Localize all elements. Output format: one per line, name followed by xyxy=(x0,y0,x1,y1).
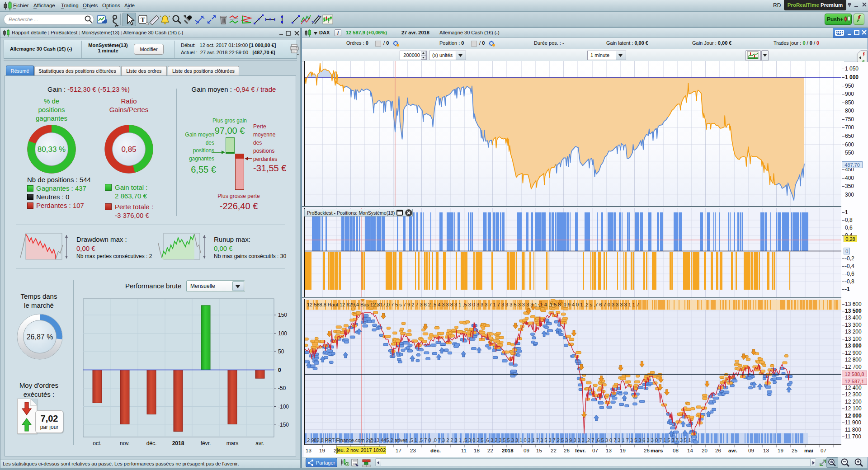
svg-text:oct.: oct. xyxy=(93,440,101,445)
svg-text:T: T xyxy=(141,16,145,24)
svg-text:80,33 %: 80,33 % xyxy=(38,145,66,154)
svg-text:12 588,8 Haut 12 629,4 Bas 12: 12 588,8 Haut 12 629,4 Bas 12 317,0 7 5 … xyxy=(307,302,639,307)
svg-text:-150: -150 xyxy=(278,422,289,428)
svg-text:150: 150 xyxy=(278,312,287,318)
svg-text:-50: -50 xyxy=(278,385,286,391)
svg-text:mars: mars xyxy=(226,440,239,445)
svg-text:2 982,8 PRT-Finance.com 2@13 4: 2 982,8 PRT-Finance.com 2@13 445,2 ative… xyxy=(307,437,691,443)
svg-text:26,87 %: 26,87 % xyxy=(27,333,53,341)
svg-text:nov.: nov. xyxy=(120,440,130,445)
svg-text:0,85: 0,85 xyxy=(121,145,136,154)
svg-text:avr.: avr. xyxy=(255,440,264,445)
svg-text:50: 50 xyxy=(278,348,284,355)
svg-text:2018: 2018 xyxy=(172,440,184,445)
svg-text:100: 100 xyxy=(278,330,287,337)
svg-text:0: 0 xyxy=(278,367,281,373)
svg-text:déc.: déc. xyxy=(146,440,157,445)
svg-text:févr.: févr. xyxy=(201,440,211,445)
svg-text:-100: -100 xyxy=(278,404,289,410)
